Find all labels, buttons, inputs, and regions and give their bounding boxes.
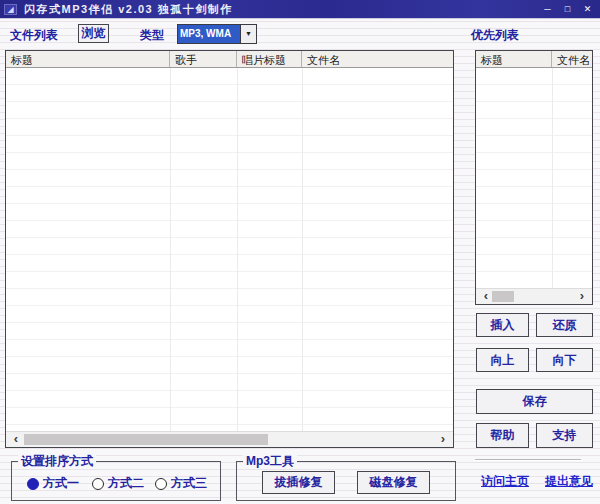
hotplug-repair-button[interactable]: 拔插修复 (262, 471, 335, 494)
radio-selected-icon[interactable] (27, 478, 39, 490)
scrollbar-thumb[interactable] (24, 434, 268, 445)
help-button[interactable]: 帮助 (476, 423, 529, 448)
file-list-header: 标题 歌手 唱片标题 文件名 (6, 51, 453, 68)
file-list-hscrollbar[interactable]: ‹ › (6, 431, 453, 447)
priority-list-table[interactable]: 标题 文件名 ‹ › (475, 50, 593, 305)
close-icon[interactable]: ✕ (580, 3, 595, 16)
sort-mode-groupbox: 设置排序方式 方式一 方式二 方式三 (11, 461, 221, 501)
chevron-down-icon[interactable]: ▼ (240, 25, 256, 43)
column-header-filename[interactable]: 文件名 (552, 51, 592, 67)
radio-sort-mode-2[interactable]: 方式二 (92, 475, 144, 492)
priority-list-header: 标题 文件名 (476, 51, 592, 68)
column-header-artist[interactable]: 歌手 (170, 51, 237, 67)
file-type-selected-value: MP3, WMA (178, 25, 240, 43)
insert-button[interactable]: 插入 (476, 313, 529, 337)
move-down-button[interactable]: 向下 (536, 348, 593, 372)
sort-mode-group-title: 设置排序方式 (18, 454, 96, 468)
radio-label: 方式二 (108, 475, 144, 492)
app-icon: ◢ (4, 4, 17, 15)
mp3-tools-groupbox: Mp3工具 拔插修复 磁盘修复 (236, 461, 456, 501)
grid-line (302, 68, 303, 431)
window-controls: ─ □ ✕ (540, 3, 595, 16)
radio-unselected-icon[interactable] (92, 478, 104, 490)
grid-line (237, 68, 238, 431)
priority-list-label: 优先列表 (471, 27, 519, 44)
app-window: { "window": { "title": "闪存式MP3伴侣 v2.03 独… (0, 0, 600, 504)
column-header-filename[interactable]: 文件名 (302, 51, 453, 67)
homepage-link[interactable]: 访问主页 (481, 473, 529, 490)
scroll-right-icon[interactable]: › (435, 432, 451, 447)
title-bar: ◢ 闪存式MP3伴侣 v2.03 独孤十剑制作 ─ □ ✕ (0, 0, 600, 19)
divider (475, 459, 581, 461)
radio-unselected-icon[interactable] (155, 478, 167, 490)
feedback-link[interactable]: 提出意见 (545, 473, 593, 490)
radio-label: 方式三 (171, 475, 207, 492)
column-header-album[interactable]: 唱片标题 (237, 51, 302, 67)
support-button[interactable]: 支持 (536, 423, 593, 448)
scrollbar-thumb[interactable] (492, 291, 514, 302)
file-list-label: 文件列表 (10, 27, 58, 44)
maximize-icon[interactable]: □ (560, 3, 575, 16)
browse-button[interactable]: 浏览 (78, 24, 109, 43)
restore-button[interactable]: 还原 (536, 313, 593, 337)
grid-line (170, 68, 171, 431)
radio-sort-mode-1[interactable]: 方式一 (27, 475, 79, 492)
scroll-left-icon[interactable]: ‹ (8, 432, 24, 447)
mp3-tools-group-title: Mp3工具 (243, 454, 297, 468)
grid-line (552, 68, 553, 288)
move-up-button[interactable]: 向上 (476, 348, 529, 372)
save-button[interactable]: 保存 (476, 389, 593, 414)
type-label: 类型 (140, 27, 164, 44)
file-list-table[interactable]: 标题 歌手 唱片标题 文件名 ‹ › (5, 50, 454, 448)
minimize-icon[interactable]: ─ (540, 3, 555, 16)
file-type-select[interactable]: MP3, WMA ▼ (177, 24, 257, 44)
column-header-title[interactable]: 标题 (6, 51, 170, 67)
window-title: 闪存式MP3伴侣 v2.03 独孤十剑制作 (24, 2, 233, 17)
file-list-body[interactable] (6, 68, 453, 431)
scroll-right-icon[interactable]: › (574, 289, 590, 304)
disk-repair-button[interactable]: 磁盘修复 (357, 471, 430, 494)
priority-list-body[interactable] (476, 68, 592, 288)
priority-list-hscrollbar[interactable]: ‹ › (476, 288, 592, 304)
column-header-title[interactable]: 标题 (476, 51, 552, 67)
radio-label: 方式一 (43, 475, 79, 492)
radio-sort-mode-3[interactable]: 方式三 (155, 475, 207, 492)
